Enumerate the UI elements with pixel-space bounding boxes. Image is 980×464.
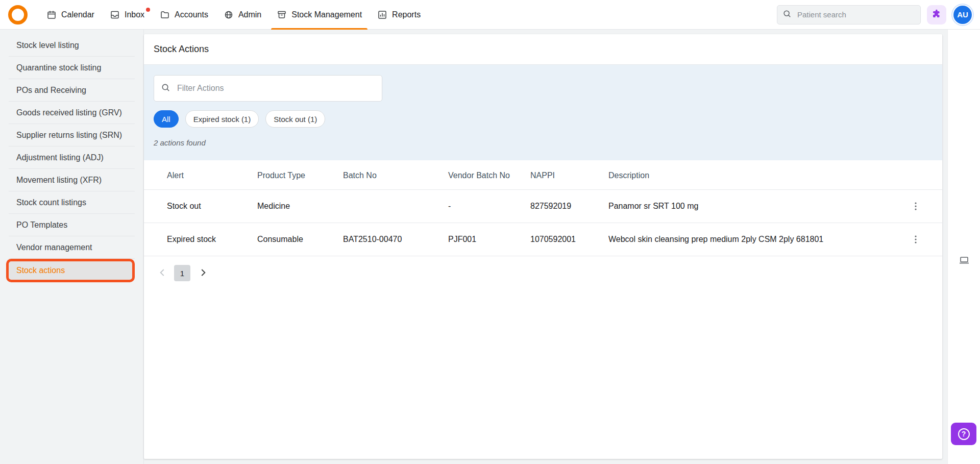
- nav-label: Accounts: [175, 10, 208, 19]
- table-header-row: Alert Product Type Batch No Vendor Batch…: [144, 160, 942, 190]
- sidebar-item-supplier-returns-listing[interactable]: Supplier returns listing (SRN): [9, 124, 135, 146]
- column-header-nappi: NAPPI: [530, 160, 608, 190]
- column-header-alert: Alert: [144, 160, 257, 190]
- user-avatar[interactable]: AU: [953, 6, 972, 24]
- sidebar-item-vendor-management[interactable]: Vendor management: [9, 236, 135, 259]
- nav-calendar[interactable]: Calendar: [39, 0, 102, 30]
- sidebar-item-quarantine-stock-listing[interactable]: Quarantine stock listing: [9, 57, 135, 79]
- next-page-button[interactable]: [194, 265, 211, 281]
- cell-nappi: 827592019: [530, 190, 608, 223]
- calendar-icon: [46, 10, 57, 20]
- notification-dot: [146, 8, 150, 12]
- filter-section: All Expired stock (1) Stock out (1) 2 ac…: [144, 65, 942, 160]
- cell-alert: Expired stock: [144, 223, 257, 256]
- page-title: Stock Actions: [154, 44, 209, 55]
- nav-label: Admin: [238, 10, 261, 19]
- sidebar-item-pos-and-receiving[interactable]: POs and Receiving: [9, 79, 135, 102]
- page-number-current[interactable]: 1: [174, 265, 190, 281]
- nav-label: Stock Management: [291, 10, 362, 19]
- row-actions-kebab-menu[interactable]: [906, 197, 925, 215]
- nav-label: Inbox: [125, 10, 144, 19]
- help-button[interactable]: ?: [951, 423, 976, 445]
- result-count: 2 actions found: [154, 138, 933, 147]
- column-header-vendor-batch-no: Vendor Batch No: [448, 160, 530, 190]
- sidebar-item-movement-listing[interactable]: Movement listing (XFR): [9, 169, 135, 191]
- column-header-description: Description: [608, 160, 906, 190]
- extensions-button[interactable]: [927, 5, 946, 25]
- sidebar-item-stock-actions[interactable]: Stock actions: [6, 259, 135, 282]
- chevron-right-icon: [198, 267, 209, 280]
- nav-reports[interactable]: Reports: [370, 0, 428, 30]
- sidebar-item-adjustment-listing[interactable]: Adjustment listing (ADJ): [9, 146, 135, 169]
- table-row: Expired stock Consumable BAT2510-00470 P…: [144, 223, 942, 256]
- cell-description: Panamor sr SRT 100 mg: [608, 190, 906, 223]
- card-header: Stock Actions: [144, 34, 942, 65]
- nav-accounts[interactable]: Accounts: [152, 0, 216, 30]
- laptop-icon[interactable]: [948, 254, 980, 266]
- reports-chart-icon: [377, 10, 387, 20]
- nav-label: Reports: [392, 10, 421, 19]
- cell-vendor-batch-no: PJF001: [448, 223, 530, 256]
- row-actions-kebab-menu[interactable]: [906, 230, 925, 249]
- cell-vendor-batch-no: -: [448, 190, 530, 223]
- cell-alert: Stock out: [144, 190, 257, 223]
- stock-box-icon: [277, 10, 287, 20]
- search-icon: [782, 9, 792, 20]
- stock-actions-card: Stock Actions All Expired stock (1) Stoc…: [144, 34, 942, 459]
- main-content: Stock Actions All Expired stock (1) Stoc…: [144, 30, 947, 464]
- sidebar-item-stock-count-listings[interactable]: Stock count listings: [9, 191, 135, 214]
- chip-all[interactable]: All: [154, 110, 179, 128]
- cell-batch-no: BAT2510-00470: [343, 223, 448, 256]
- cell-nappi: 1070592001: [530, 223, 608, 256]
- pagination: 1: [144, 256, 942, 290]
- cell-product-type: Consumable: [257, 223, 343, 256]
- column-header-actions: [906, 160, 942, 190]
- nav-stock-management[interactable]: Stock Management: [269, 0, 370, 30]
- sidebar-item-goods-received-listing[interactable]: Goods received listing (GRV): [9, 102, 135, 124]
- sidebar: Stock level listing Quarantine stock lis…: [0, 30, 144, 464]
- search-icon: [161, 83, 170, 94]
- column-header-batch-no: Batch No: [343, 160, 448, 190]
- table-row: Stock out Medicine - 827592019 Panamor s…: [144, 190, 942, 223]
- nav-admin[interactable]: Admin: [216, 0, 269, 30]
- patient-search: [777, 5, 921, 25]
- filter-actions-input[interactable]: [176, 83, 375, 93]
- inbox-icon: [110, 10, 120, 20]
- primary-nav: Calendar Inbox Accounts Admin: [39, 0, 428, 30]
- filter-chips: All Expired stock (1) Stock out (1): [154, 110, 933, 128]
- cell-description: Webcol skin cleansing prep medium 2ply C…: [608, 223, 906, 256]
- patient-search-input[interactable]: [796, 10, 915, 19]
- puzzle-icon: [932, 9, 942, 20]
- app-logo[interactable]: [8, 5, 28, 25]
- admin-globe-icon: [224, 10, 234, 20]
- column-header-product-type: Product Type: [257, 160, 343, 190]
- folder-icon: [160, 10, 170, 20]
- stock-actions-table: Alert Product Type Batch No Vendor Batch…: [144, 160, 942, 256]
- right-rail: ?: [947, 30, 980, 464]
- sidebar-item-stock-level-listing[interactable]: Stock level listing: [9, 34, 135, 57]
- chip-expired-stock[interactable]: Expired stock (1): [185, 110, 259, 128]
- nav-inbox[interactable]: Inbox: [102, 0, 152, 30]
- previous-page-button[interactable]: [154, 265, 170, 281]
- sidebar-item-po-templates[interactable]: PO Templates: [9, 214, 135, 236]
- cell-product-type: Medicine: [257, 190, 343, 223]
- nav-label: Calendar: [61, 10, 94, 19]
- filter-actions-search: [154, 75, 382, 102]
- chip-stock-out[interactable]: Stock out (1): [265, 110, 325, 128]
- chevron-left-icon: [157, 267, 168, 280]
- help-question-icon: ?: [958, 428, 970, 440]
- app-root: Calendar Inbox Accounts Admin: [0, 0, 980, 464]
- cell-batch-no: [343, 190, 448, 223]
- topbar: Calendar Inbox Accounts Admin: [0, 0, 980, 30]
